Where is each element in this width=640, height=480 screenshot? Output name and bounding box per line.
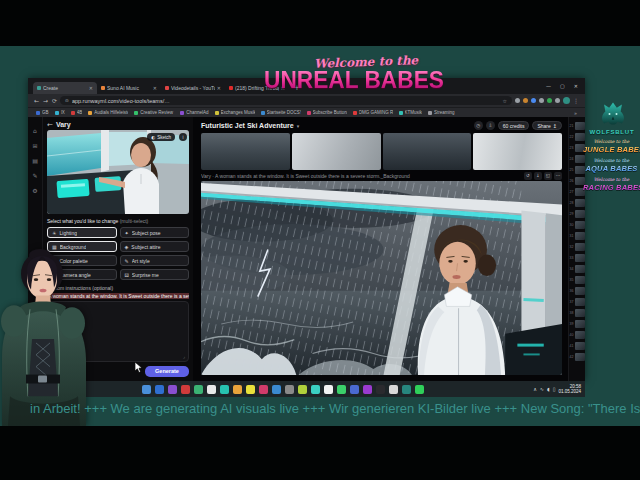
history-item[interactable]: 34: [570, 265, 585, 273]
extension-icon[interactable]: [523, 98, 528, 103]
generation-thumbnail[interactable]: [292, 133, 381, 170]
history-item[interactable]: 38: [570, 309, 585, 317]
tray-icon[interactable]: ▯: [553, 386, 556, 392]
history-item[interactable]: 35: [570, 276, 585, 284]
extension-icon[interactable]: [547, 98, 552, 103]
bookmark-item[interactable]: GB: [36, 110, 49, 115]
vary-option-button[interactable]: ☀ Lighting: [47, 227, 117, 238]
bookmark-item[interactable]: Startseite DOCSY e.V.: [261, 110, 301, 115]
generation-thumbnail[interactable]: [473, 133, 562, 170]
history-thumbnail[interactable]: [575, 254, 585, 262]
history-thumbnail[interactable]: [575, 287, 585, 295]
taskbar-app-icon[interactable]: [168, 385, 177, 394]
taskbar-app-icon[interactable]: [155, 385, 164, 394]
history-thumbnail[interactable]: [575, 122, 585, 130]
history-item[interactable]: 31: [570, 232, 585, 240]
history-thumbnail[interactable]: [575, 199, 585, 207]
history-thumbnail[interactable]: [575, 221, 585, 229]
bookmark-item[interactable]: 4B: [71, 110, 83, 115]
bookmark-item[interactable]: Streaming: [428, 110, 455, 115]
history-thumbnail[interactable]: [575, 265, 585, 273]
profile-avatar[interactable]: [563, 97, 570, 104]
tab-close-icon[interactable]: ✕: [89, 85, 93, 91]
history-item[interactable]: 42: [570, 353, 585, 361]
image-action-button[interactable]: ⋯: [554, 172, 562, 180]
taskbar-app-icon[interactable]: [402, 385, 411, 394]
history-item[interactable]: 39: [570, 320, 585, 328]
history-thumbnail[interactable]: [575, 276, 585, 284]
rail-tool-icon[interactable]: ⊞: [32, 142, 37, 149]
taskbar-app-icon[interactable]: [272, 385, 281, 394]
history-item[interactable]: 21: [570, 122, 585, 130]
share-button[interactable]: Share↥: [532, 121, 562, 130]
taskbar-app-icon[interactable]: [298, 385, 307, 394]
bookmark-item[interactable]: KTMusik: [399, 110, 423, 115]
taskbar-app-icon[interactable]: [246, 385, 255, 394]
vary-option-button[interactable]: ✎ Art style: [120, 255, 190, 266]
history-item[interactable]: 29: [570, 210, 585, 218]
vary-option-button[interactable]: ◈ Subject attire: [120, 241, 190, 252]
taskbar-app-icon[interactable]: [220, 385, 229, 394]
source-image-thumbnail[interactable]: ◐ Sketch i: [47, 130, 189, 214]
nav-icon[interactable]: →: [43, 97, 48, 104]
taskbar-app-icon[interactable]: [181, 385, 190, 394]
history-item[interactable]: 32: [570, 243, 585, 251]
taskbar-app-icon[interactable]: [324, 385, 333, 394]
resize-corner-icon[interactable]: ⌟: [183, 353, 185, 359]
history-thumbnail[interactable]: [575, 232, 585, 240]
history-thumbnail[interactable]: [575, 210, 585, 218]
rail-tool-icon[interactable]: ✎: [32, 172, 37, 179]
taskbar-app-icon[interactable]: [337, 385, 346, 394]
credits-badge[interactable]: 60 credits: [498, 121, 530, 130]
tab-close-icon[interactable]: ✕: [217, 85, 221, 91]
taskbar-app-icon[interactable]: [194, 385, 203, 394]
history-item[interactable]: 41: [570, 342, 585, 350]
rail-tool-icon[interactable]: ⌂: [33, 127, 37, 134]
extension-icon[interactable]: [555, 98, 560, 103]
history-item[interactable]: 28: [570, 199, 585, 207]
bookmark-item[interactable]: Exchanges Musik M…: [215, 110, 255, 115]
taskbar-app-icon[interactable]: [363, 385, 372, 394]
tray-icon[interactable]: ∿: [540, 386, 544, 392]
bookmark-item[interactable]: OMG GAMING RUL…: [353, 110, 393, 115]
image-action-button[interactable]: ↺: [524, 172, 532, 180]
taskbar-app-icon[interactable]: [311, 385, 320, 394]
extension-icon[interactable]: [539, 98, 544, 103]
history-thumbnail[interactable]: [575, 309, 585, 317]
history-item[interactable]: 36: [570, 287, 585, 295]
vary-option-button[interactable]: ⚄ Surprise me: [120, 269, 190, 280]
history-thumbnail[interactable]: [575, 342, 585, 350]
generation-thumbnail[interactable]: [383, 133, 472, 170]
generate-button[interactable]: Generate: [145, 366, 189, 377]
history-thumbnail[interactable]: [575, 353, 585, 361]
taskbar-app-icon[interactable]: [285, 385, 294, 394]
history-item[interactable]: 40: [570, 331, 585, 339]
taskbar-app-icon[interactable]: [415, 385, 424, 394]
session-caret-icon[interactable]: ▾: [297, 123, 300, 129]
taskbar-app-icon[interactable]: [376, 385, 385, 394]
bookmark-item[interactable]: Audials Hilfeleiste…: [88, 110, 128, 115]
nav-icon[interactable]: ⟳: [52, 97, 57, 104]
taskbar-app-icon[interactable]: [389, 385, 398, 394]
history-thumbnail[interactable]: [575, 331, 585, 339]
address-bar[interactable]: ⊙ app.runwayml.com/video-tools/teams/… ☆: [60, 96, 512, 105]
back-icon[interactable]: ←: [47, 121, 53, 129]
taskbar-app-icon[interactable]: [233, 385, 242, 394]
rail-tool-icon[interactable]: ⚙: [32, 187, 37, 194]
window-control-icon[interactable]: ▢: [560, 83, 565, 89]
taskbar-app-icon[interactable]: [142, 385, 151, 394]
bookmark-item[interactable]: Creative Review Da…: [134, 110, 174, 115]
bookmark-star-icon[interactable]: ☆: [503, 98, 507, 104]
taskbar-app-icon[interactable]: [207, 385, 216, 394]
history-thumbnail[interactable]: [575, 298, 585, 306]
rail-tool-icon[interactable]: ▤: [32, 157, 38, 164]
window-control-icon[interactable]: ✕: [574, 83, 578, 89]
tray-icon[interactable]: ∧: [533, 386, 537, 392]
image-action-button[interactable]: ↓: [534, 172, 542, 180]
site-info-icon[interactable]: ⊙: [65, 98, 69, 103]
bookmark-item[interactable]: ChannelAd: [180, 110, 208, 115]
toolbar-icon-button[interactable]: ◷: [474, 121, 483, 130]
taskbar-app-icon[interactable]: [259, 385, 268, 394]
browser-tab[interactable]: Videodetails - YouTube Studio ✕: [161, 82, 225, 94]
extension-icon[interactable]: [531, 98, 536, 103]
